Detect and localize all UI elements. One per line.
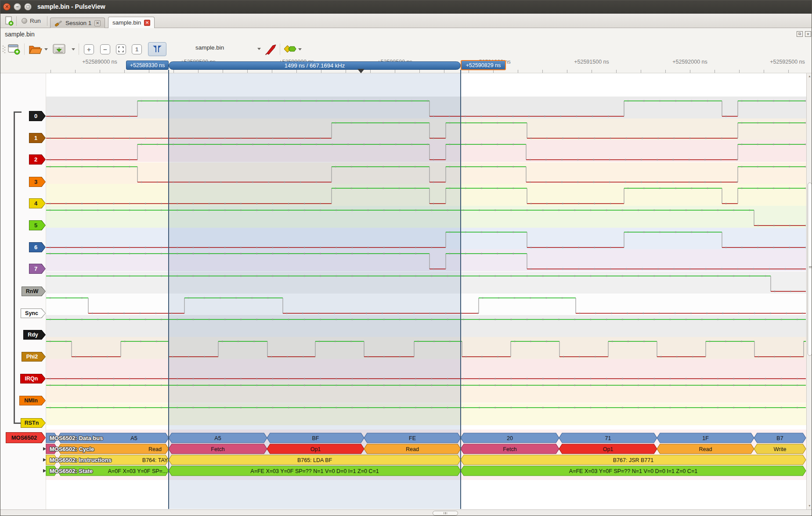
scroll-down-icon[interactable]: ▼ (808, 504, 811, 507)
dock-close-icon[interactable]: ✕ (805, 31, 811, 37)
separator (280, 43, 280, 55)
ruler-tick (739, 70, 740, 73)
ruler-time-label: +52592000 ns (672, 59, 707, 65)
zoom-one-to-one-button[interactable]: 1 (132, 44, 142, 54)
trace-view[interactable]: A5A5BFFE20711FB7MOS6502: Data busReadFet… (0, 73, 812, 509)
save-dropdown-caret[interactable] (72, 48, 75, 50)
horizontal-scrollbar[interactable] (0, 509, 812, 516)
row-expand-arrow-icon (43, 458, 46, 462)
channel-tag-NMIn[interactable]: NMIn (19, 396, 46, 405)
cursor2-time-badge[interactable]: +52590829 ns (461, 60, 506, 70)
channel-tag-IRQn[interactable]: IRQn (20, 374, 46, 383)
channel-tag-RSTn[interactable]: RSTn (21, 418, 46, 428)
waveform-7 (46, 254, 806, 269)
new-session-button[interactable] (2, 15, 16, 26)
svg-text:A=FE X=03 Y=0F SP=?? N=1 V=0 D: A=FE X=03 Y=0F SP=?? N=1 V=0 D=0 I=1 Z=0… (569, 468, 697, 474)
svg-text:20: 20 (507, 435, 513, 441)
cursor-line[interactable] (168, 70, 169, 509)
decoder-row: A5A5BFFE20711FB7 (46, 433, 806, 443)
ruler-time-label: +52591500 ns (574, 59, 609, 65)
main-toolbar: + − 1 sample.bin (0, 41, 812, 57)
zoom-fit-button[interactable] (116, 44, 126, 54)
zoom-in-button[interactable]: + (84, 44, 94, 54)
ruler-tick (764, 70, 764, 73)
tab-sample-bin[interactable]: sample.bin ✕ (108, 17, 155, 28)
window-maximize-button[interactable]: ▢ (24, 3, 32, 11)
ruler-tick (690, 70, 690, 73)
tab-sample-bin-close-icon[interactable]: ✕ (144, 20, 150, 26)
window-close-button[interactable]: ✕ (3, 3, 11, 11)
svg-text:BF: BF (312, 435, 319, 441)
ruler-tick (641, 70, 641, 73)
cursor-span-pill[interactable]: 1499 ns / 667.1694 kHz (169, 61, 461, 70)
tab-session-1-close-icon[interactable]: ✕ (94, 20, 101, 26)
channel-tag-Rdy[interactable]: Rdy (23, 330, 46, 340)
svg-text:B765: LDA BF: B765: LDA BF (297, 457, 332, 463)
svg-text:Read: Read (148, 446, 162, 452)
window-minimize-button[interactable]: – (14, 3, 21, 11)
show-cursors-button[interactable] (148, 42, 166, 56)
ruler-tick (198, 70, 198, 73)
waveform-Sync (46, 298, 806, 313)
open-file-icon[interactable] (29, 43, 43, 55)
ruler-tick (592, 70, 592, 73)
tab-sample-bin-label: sample.bin (112, 19, 141, 26)
channel-tag-RnW[interactable]: RnW (22, 287, 46, 296)
ruler-tick (321, 70, 321, 73)
svg-text:A=FE X=03 Y=0F SP=?? N=1 V=0 D: A=FE X=03 Y=0F SP=?? N=1 V=0 D=0 I=1 Z=0… (250, 468, 379, 474)
run-icon (22, 18, 27, 24)
separator (79, 43, 79, 55)
cursor-line[interactable] (460, 70, 461, 509)
channel-tag-label: 0 (29, 111, 45, 121)
svg-text:A=0F X=03 Y=0F SP=...: A=0F X=03 Y=0F SP=... (108, 468, 167, 474)
ruler-tick (419, 70, 420, 73)
time-ruler[interactable]: +52589000 ns+52589500 ns+52590000 ns+525… (0, 57, 812, 73)
decoder-row-label: MOS6502: Data bus (50, 435, 103, 441)
horizontal-scrollbar-grip[interactable] (433, 511, 458, 516)
svg-text:A5: A5 (130, 435, 137, 441)
selection-grip-marker[interactable] (357, 69, 364, 73)
ruler-time-label: +52589000 ns (82, 59, 117, 65)
separator (16, 16, 17, 26)
scroll-up-icon[interactable]: ▲ (808, 75, 811, 78)
tab-session-1[interactable]: Session 1 ✕ (50, 18, 105, 28)
channel-tag-Phi2[interactable]: Phi2 (22, 352, 46, 362)
ruler-tick (51, 70, 51, 73)
svg-text:Op1: Op1 (603, 446, 614, 452)
save-icon[interactable] (52, 43, 66, 55)
decoder-row: A=0F X=03 Y=0F SP=...A=FE X=03 Y=0F SP=?… (46, 466, 806, 476)
toolbar-handle[interactable] (2, 45, 6, 54)
vertical-scrollbar-thumb[interactable] (808, 183, 812, 356)
ruler-tick (124, 70, 125, 73)
decoder-row-label: MOS6502: Cycle (50, 446, 94, 452)
channel-tag-Sync[interactable]: Sync (21, 308, 46, 318)
channel-tag-label: 5 (29, 221, 45, 230)
decoder-dropdown-caret[interactable] (298, 48, 302, 50)
new-view-icon[interactable] (7, 43, 21, 55)
zoom-out-button[interactable]: − (100, 44, 110, 54)
file-combo[interactable]: sample.bin (195, 44, 224, 51)
ruler-tick (493, 70, 494, 73)
svg-text:A5: A5 (214, 435, 221, 441)
decoder-row-label: MOS6502: State (50, 468, 93, 474)
window-title: sample.bin - PulseView (37, 3, 105, 10)
row-expand-arrow-icon (43, 469, 46, 473)
waveform-4 (46, 188, 806, 204)
row-expand-arrow-icon (43, 447, 46, 451)
svg-text:Op1: Op1 (310, 446, 321, 452)
waveform-RnW (46, 276, 806, 291)
file-combo-caret[interactable] (257, 48, 261, 50)
open-dropdown-caret[interactable] (44, 48, 48, 50)
channel-tag-label: NMIn (20, 396, 45, 405)
channel-tag-label: Phi2 (22, 352, 45, 361)
probe-icon[interactable] (265, 43, 278, 55)
dock-float-icon[interactable]: ⧉ (797, 31, 803, 37)
add-decoder-icon[interactable] (284, 43, 297, 55)
ruler-tick (75, 70, 76, 73)
ruler-time-label: +52592500 ns (770, 59, 805, 65)
cursor1-time-badge[interactable]: +52589330 ns (126, 61, 169, 70)
channel-tag-MOS6502[interactable]: MOS6502 (6, 432, 46, 443)
run-button[interactable]: Run (19, 15, 43, 26)
waveform-Phi2 (46, 341, 807, 357)
vertical-scrollbar[interactable]: ▲▼ (806, 73, 812, 509)
